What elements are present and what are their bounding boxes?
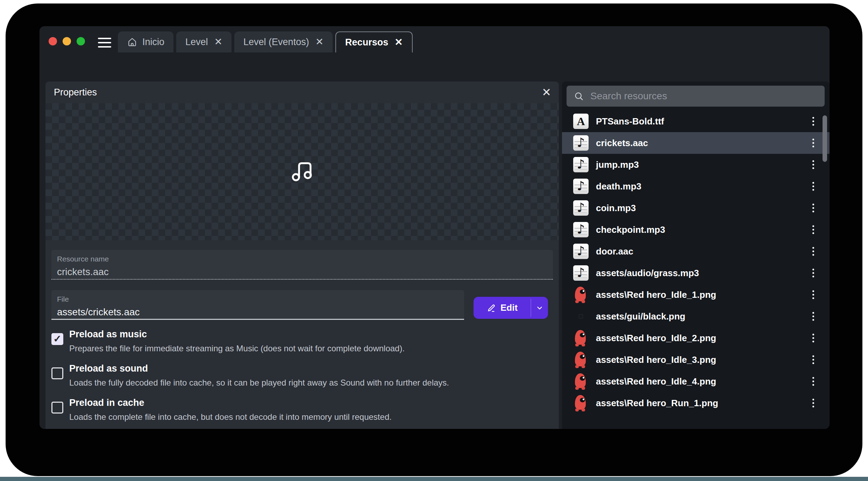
kebab-menu-icon[interactable] — [812, 269, 814, 278]
red-hero-sprite-icon — [573, 351, 589, 368]
tab-close-icon[interactable]: ✕ — [314, 37, 323, 47]
zoom-window-button[interactable] — [77, 37, 85, 45]
close-properties-icon[interactable]: ✕ — [542, 86, 551, 99]
resource-row[interactable]: ♪death.mp3 — [562, 175, 830, 197]
preload-option-label: Preload in cache — [69, 397, 552, 409]
close-window-button[interactable] — [49, 37, 57, 45]
kebab-menu-icon[interactable] — [812, 225, 814, 234]
resources-panel: APTSans-Bold.ttf♪crickets.aac♪jump.mp3♪d… — [562, 81, 830, 429]
kebab-menu-icon[interactable] — [812, 117, 814, 126]
resource-row[interactable]: ♪door.aac — [562, 240, 830, 262]
audio-file-icon: ♪ — [573, 179, 589, 194]
tab-label: Level — [185, 37, 208, 48]
minimize-window-button[interactable] — [63, 37, 71, 45]
resource-row[interactable]: assets/gui/black.png — [562, 306, 830, 327]
red-hero-sprite-icon — [573, 394, 589, 412]
red-hero-sprite-icon — [573, 329, 589, 347]
edit-file-button[interactable]: Edit — [474, 297, 548, 319]
resource-row[interactable]: assets\Red hero_Run_1.png — [562, 392, 830, 414]
audio-file-icon: ♪ — [573, 244, 589, 259]
icon-glyph: ♪ — [577, 265, 585, 280]
properties-title: Properties — [54, 87, 97, 98]
search-icon — [574, 91, 584, 101]
resource-name: checkpoint.mp3 — [596, 224, 665, 235]
audio-file-icon: ♪ — [573, 200, 589, 216]
icon-glyph: ♪ — [577, 179, 585, 193]
icon-glyph: A — [577, 115, 585, 128]
resource-name: assets\Red hero_Idle_3.png — [596, 354, 716, 365]
kebab-menu-icon[interactable] — [812, 334, 814, 343]
icon-glyph: ♪ — [577, 222, 585, 236]
preload-option-description: Loads the complete file into cache, but … — [69, 412, 552, 422]
home-icon — [127, 37, 137, 47]
kebab-menu-icon[interactable] — [812, 247, 814, 256]
audio-file-icon: ♪ — [573, 265, 589, 281]
kebab-menu-icon[interactable] — [812, 312, 814, 321]
kebab-menu-icon[interactable] — [812, 204, 814, 213]
resource-name: coin.mp3 — [596, 203, 636, 214]
resource-row[interactable]: assets\Red hero_Idle_4.png — [562, 371, 830, 392]
desktop-floor-strip — [0, 477, 868, 481]
resource-row[interactable]: ♪coin.mp3 — [562, 197, 830, 219]
resource-row[interactable]: assets\Red hero_Idle_3.png — [562, 349, 830, 371]
resource-row[interactable]: ♪checkpoint.mp3 — [562, 219, 830, 240]
resource-row[interactable]: APTSans-Bold.ttf — [562, 110, 830, 132]
red-hero-sprite-icon — [573, 286, 589, 303]
resource-row[interactable]: ♪assets/audio/grass.mp3 — [562, 262, 830, 284]
tab-bar: InicioLevel✕Level (Eventos)✕Recursos✕ — [118, 31, 413, 52]
icon-glyph: ♪ — [577, 157, 585, 171]
tab-label: Inicio — [142, 37, 164, 48]
preload-option-description: Loads the fully decoded file into cache,… — [69, 378, 552, 388]
preload-option-label: Preload as sound — [69, 362, 552, 374]
toolbar: Preview Publish — [40, 52, 830, 81]
resource-name-field[interactable]: Resource name crickets.aac — [51, 250, 553, 280]
icon-glyph: ♪ — [577, 244, 585, 258]
resource-row[interactable]: ♪crickets.aac — [562, 132, 830, 154]
checkmark-icon: ✓ — [53, 334, 61, 344]
kebab-menu-icon[interactable] — [812, 160, 814, 169]
icon-glyph: ♪ — [577, 135, 585, 150]
kebab-menu-icon[interactable] — [812, 290, 814, 299]
search-input[interactable] — [590, 90, 825, 102]
titlebar: InicioLevel✕Level (Eventos)✕Recursos✕ — [40, 26, 830, 52]
checkbox-checked[interactable]: ✓ — [51, 333, 63, 345]
resource-preview-area — [45, 103, 559, 240]
resource-name-value: crickets.aac — [57, 266, 547, 278]
kebab-menu-icon[interactable] — [812, 399, 814, 408]
resource-list: APTSans-Bold.ttf♪crickets.aac♪jump.mp3♪d… — [562, 110, 830, 414]
resource-name-label: Resource name — [57, 255, 547, 263]
audio-file-icon: ♪ — [573, 135, 589, 151]
preload-option-description: Prepares the file for immediate streamin… — [69, 343, 552, 354]
resource-name: PTSans-Bold.ttf — [596, 116, 664, 127]
resource-name: death.mp3 — [596, 181, 641, 192]
kebab-menu-icon[interactable] — [812, 182, 814, 191]
font-file-icon: A — [573, 114, 589, 129]
kebab-menu-icon[interactable] — [812, 356, 814, 364]
chevron-down-icon — [535, 304, 544, 312]
edit-dropdown-button[interactable] — [531, 297, 548, 319]
properties-panel: Properties ✕ Resource name crickets.aac … — [45, 81, 559, 429]
resource-name: jump.mp3 — [596, 159, 639, 170]
resource-row[interactable]: assets\Red hero_Idle_1.png — [562, 284, 830, 306]
resource-row[interactable]: assets\Red hero_Idle_2.png — [562, 327, 830, 349]
tab-close-icon[interactable]: ✕ — [393, 37, 403, 47]
tab-inicio[interactable]: Inicio — [118, 31, 173, 52]
checkbox-unchecked[interactable]: ✓ — [51, 367, 63, 379]
kebab-menu-icon[interactable] — [812, 139, 814, 148]
tab-level[interactable]: Level✕ — [176, 31, 232, 52]
file-field[interactable]: File assets/crickets.aac — [51, 290, 464, 320]
main-menu-icon[interactable] — [98, 38, 111, 48]
tab-recursos[interactable]: Recursos✕ — [335, 31, 413, 52]
kebab-menu-icon[interactable] — [812, 377, 814, 386]
resource-row[interactable]: ♪jump.mp3 — [562, 154, 830, 175]
search-bar — [567, 86, 825, 107]
black-image-icon — [573, 309, 589, 324]
scrollbar-thumb[interactable] — [823, 115, 827, 162]
edit-label: Edit — [500, 302, 518, 313]
tab-level-eventos[interactable]: Level (Eventos)✕ — [234, 31, 333, 52]
checkbox-unchecked[interactable]: ✓ — [51, 402, 63, 414]
resource-name: assets\Red hero_Idle_2.png — [596, 333, 716, 344]
tab-close-icon[interactable]: ✕ — [213, 37, 222, 47]
music-note-icon — [288, 156, 316, 185]
icon-glyph: ♪ — [577, 200, 585, 215]
